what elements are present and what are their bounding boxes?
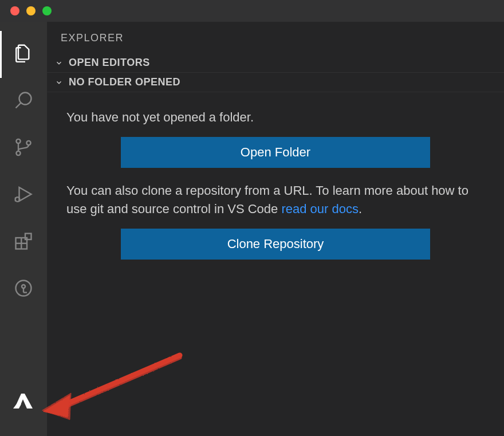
open-folder-button[interactable]: Open Folder [121, 137, 430, 168]
window-minimize-button[interactable] [26, 6, 36, 15]
svg-line-7 [15, 198, 16, 199]
no-folder-panel: You have not yet opened a folder. Open F… [47, 92, 504, 285]
activity-source-control[interactable] [0, 125, 47, 172]
activity-bar [0, 22, 47, 436]
activity-azure[interactable] [0, 379, 47, 426]
workbench-shell: EXPLORER OPEN EDITORS NO FOLDER OPENED Y… [0, 22, 504, 436]
search-icon [13, 90, 34, 113]
activity-extensions[interactable] [0, 219, 47, 266]
chevron-down-icon [54, 77, 64, 88]
sidebar-title: EXPLORER [47, 22, 504, 53]
play-bug-icon [13, 184, 34, 207]
gitlens-icon [13, 278, 34, 301]
svg-point-0 [19, 93, 32, 105]
azure-icon [13, 391, 34, 414]
svg-point-2 [16, 139, 20, 143]
section-open-editors[interactable]: OPEN EDITORS [47, 53, 504, 73]
svg-point-15 [22, 285, 25, 288]
explorer-sidebar: EXPLORER OPEN EDITORS NO FOLDER OPENED Y… [47, 22, 504, 436]
svg-rect-13 [25, 234, 32, 240]
section-no-folder-label: NO FOLDER OPENED [69, 76, 180, 88]
svg-marker-19 [13, 404, 21, 408]
section-open-editors-label: OPEN EDITORS [69, 57, 150, 69]
svg-point-3 [16, 151, 20, 155]
read-docs-link[interactable]: read our docs [281, 202, 359, 216]
window-close-button[interactable] [10, 6, 19, 15]
branch-icon [13, 137, 34, 160]
no-folder-intro: You have not yet opened a folder. [66, 108, 485, 127]
svg-marker-5 [19, 187, 32, 201]
clone-text-before: You can also clone a repository from a U… [66, 183, 468, 216]
activity-search[interactable] [0, 78, 47, 125]
extensions-icon [13, 231, 34, 254]
svg-line-9 [19, 201, 20, 202]
activity-gitlens[interactable] [0, 266, 47, 313]
svg-line-8 [15, 201, 16, 202]
section-no-folder[interactable]: NO FOLDER OPENED [47, 73, 504, 92]
chevron-down-icon [54, 58, 64, 68]
window-titlebar [0, 0, 504, 22]
clone-repository-button[interactable]: Clone Repository [121, 229, 430, 260]
activity-run-debug[interactable] [0, 172, 47, 219]
window-zoom-button[interactable] [42, 6, 52, 15]
svg-point-4 [26, 141, 30, 145]
clone-text-after: . [359, 202, 362, 216]
svg-line-1 [16, 103, 21, 108]
files-icon [13, 43, 34, 66]
activity-explorer[interactable] [0, 31, 47, 78]
clone-description: You can also clone a repository from a U… [66, 182, 485, 218]
